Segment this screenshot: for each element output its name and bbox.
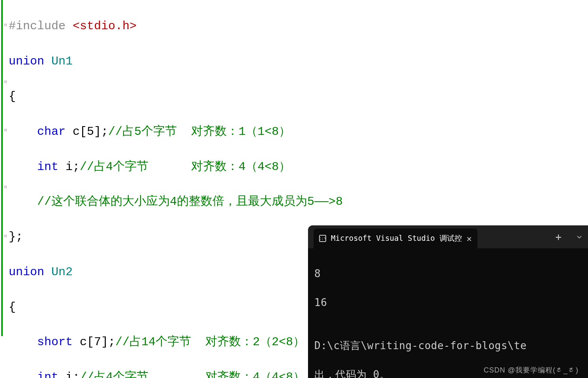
- terminal-controls: +: [546, 225, 588, 248]
- watermark-text: CSDN @我要学编程(ಥ_ಥ): [484, 365, 579, 375]
- output-line: 16: [314, 295, 582, 310]
- chevron-down-icon: [577, 234, 582, 240]
- code-line: //这个联合体的大小应为4的整数倍，且最大成员为5——>8: [3, 193, 588, 210]
- dropdown-button[interactable]: [571, 225, 588, 248]
- terminal-window: c:\ Microsoft Visual Studio 调试控 ✕ + 8 16…: [308, 225, 588, 378]
- new-tab-button[interactable]: +: [546, 225, 571, 248]
- code-line: union Un1: [3, 53, 588, 70]
- close-icon[interactable]: ✕: [467, 234, 472, 244]
- code-line: char c[5];//占5个字节 对齐数：1（1<8）: [3, 123, 588, 140]
- terminal-tab[interactable]: c:\ Microsoft Visual Studio 调试控 ✕: [314, 229, 477, 248]
- code-line: {: [3, 88, 588, 105]
- terminal-output[interactable]: 8 16 D:\c语言\writing-code-for-blogs\te 出，…: [308, 248, 588, 378]
- output-line: D:\c语言\writing-code-for-blogs\te: [314, 338, 582, 353]
- terminal-icon: c:\: [319, 235, 326, 242]
- terminal-tab-title: Microsoft Visual Studio 调试控: [331, 233, 462, 244]
- terminal-titlebar[interactable]: c:\ Microsoft Visual Studio 调试控 ✕ +: [308, 225, 588, 248]
- code-line: int i;//占4个字节 对齐数：4（4<8）: [3, 158, 588, 176]
- output-line: 8: [314, 266, 582, 281]
- code-line: #include <stdio.h>: [3, 17, 588, 35]
